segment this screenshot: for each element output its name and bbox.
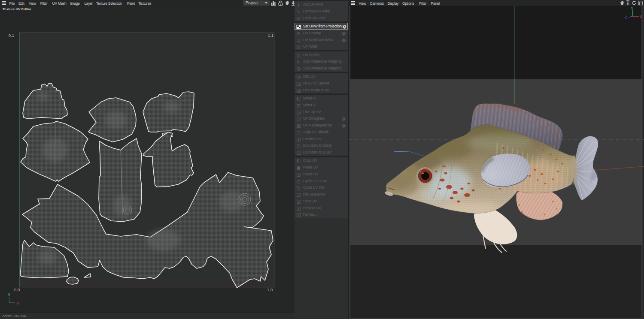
- svg-text:1,0: 1,0: [267, 287, 273, 292]
- svg-text:0,0: 0,0: [14, 287, 20, 292]
- svg-text:1,1: 1,1: [268, 33, 273, 38]
- svg-text:U: U: [16, 301, 19, 305]
- svg-text:Z: Z: [625, 15, 627, 19]
- svg-text:Y: Y: [631, 6, 634, 11]
- svg-text:0,1: 0,1: [9, 33, 14, 38]
- svg-text:V: V: [8, 292, 10, 297]
